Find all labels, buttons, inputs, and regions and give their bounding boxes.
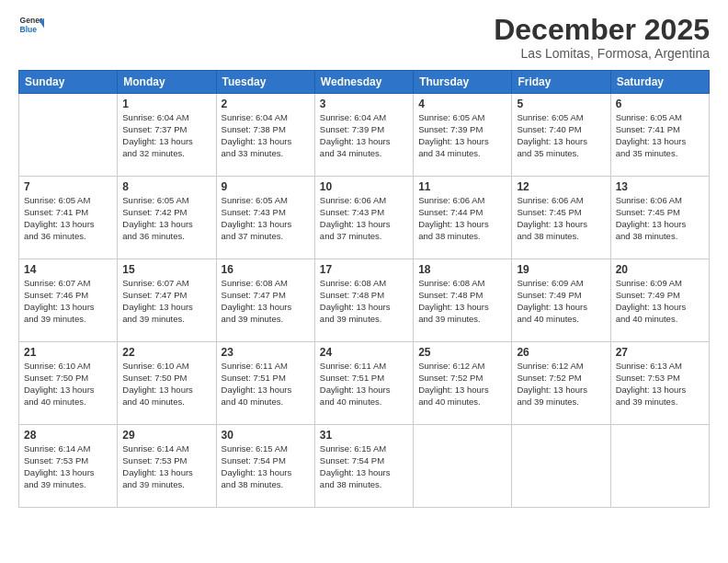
calendar-cell: 10Sunrise: 6:06 AM Sunset: 7:43 PM Dayli…	[314, 177, 413, 259]
day-number: 29	[122, 429, 210, 442]
cell-sun-info: Sunrise: 6:05 AM Sunset: 7:41 PM Dayligh…	[24, 195, 112, 242]
calendar-cell: 16Sunrise: 6:08 AM Sunset: 7:47 PM Dayli…	[216, 259, 314, 342]
calendar-cell: 22Sunrise: 6:10 AM Sunset: 7:50 PM Dayli…	[118, 342, 216, 425]
logo-icon: General Blue	[18, 14, 44, 40]
weekday-header: Thursday	[414, 71, 512, 94]
cell-sun-info: Sunrise: 6:07 AM Sunset: 7:47 PM Dayligh…	[122, 278, 210, 325]
subtitle: Las Lomitas, Formosa, Argentina	[494, 46, 710, 61]
calendar-cell: 2Sunrise: 6:04 AM Sunset: 7:38 PM Daylig…	[216, 94, 314, 177]
cell-sun-info: Sunrise: 6:12 AM Sunset: 7:52 PM Dayligh…	[517, 361, 605, 408]
calendar-cell: 18Sunrise: 6:08 AM Sunset: 7:48 PM Dayli…	[414, 259, 512, 342]
calendar-cell: 15Sunrise: 6:07 AM Sunset: 7:47 PM Dayli…	[118, 259, 216, 342]
cell-sun-info: Sunrise: 6:05 AM Sunset: 7:42 PM Dayligh…	[122, 195, 210, 242]
calendar-cell: 9Sunrise: 6:05 AM Sunset: 7:43 PM Daylig…	[216, 177, 314, 259]
cell-sun-info: Sunrise: 6:09 AM Sunset: 7:49 PM Dayligh…	[517, 278, 605, 325]
calendar-cell: 25Sunrise: 6:12 AM Sunset: 7:52 PM Dayli…	[414, 342, 512, 425]
calendar-cell: 30Sunrise: 6:15 AM Sunset: 7:54 PM Dayli…	[216, 425, 314, 508]
cell-sun-info: Sunrise: 6:08 AM Sunset: 7:47 PM Dayligh…	[222, 278, 310, 325]
calendar-cell: 24Sunrise: 6:11 AM Sunset: 7:51 PM Dayli…	[314, 342, 413, 425]
calendar-cell: 23Sunrise: 6:11 AM Sunset: 7:51 PM Dayli…	[216, 342, 314, 425]
calendar-cell: 11Sunrise: 6:06 AM Sunset: 7:44 PM Dayli…	[414, 177, 512, 259]
day-number: 6	[616, 98, 704, 110]
logo: General Blue	[18, 14, 44, 40]
page: General Blue December 2025 Las Lomitas, …	[0, 0, 728, 563]
day-number: 31	[320, 429, 408, 442]
day-number: 7	[24, 180, 112, 193]
weekday-header: Wednesday	[314, 71, 413, 94]
calendar-cell: 21Sunrise: 6:10 AM Sunset: 7:50 PM Dayli…	[19, 342, 118, 425]
cell-sun-info: Sunrise: 6:10 AM Sunset: 7:50 PM Dayligh…	[24, 361, 112, 408]
cell-sun-info: Sunrise: 6:05 AM Sunset: 7:40 PM Dayligh…	[517, 112, 605, 159]
day-number: 15	[122, 263, 210, 276]
day-number: 8	[122, 180, 210, 193]
calendar-cell: 12Sunrise: 6:06 AM Sunset: 7:45 PM Dayli…	[512, 177, 610, 259]
calendar-cell: 6Sunrise: 6:05 AM Sunset: 7:41 PM Daylig…	[610, 94, 709, 177]
weekday-header: Tuesday	[216, 71, 314, 94]
weekday-header: Saturday	[610, 71, 709, 94]
day-number: 4	[418, 98, 506, 110]
calendar-cell	[610, 425, 709, 508]
cell-sun-info: Sunrise: 6:15 AM Sunset: 7:54 PM Dayligh…	[222, 443, 310, 490]
day-number: 19	[517, 263, 605, 276]
calendar-cell: 20Sunrise: 6:09 AM Sunset: 7:49 PM Dayli…	[610, 259, 709, 342]
calendar-cell: 19Sunrise: 6:09 AM Sunset: 7:49 PM Dayli…	[512, 259, 610, 342]
calendar-cell: 3Sunrise: 6:04 AM Sunset: 7:39 PM Daylig…	[314, 94, 413, 177]
day-number: 27	[616, 346, 704, 359]
weekday-header: Friday	[512, 71, 610, 94]
day-number: 22	[122, 346, 210, 359]
cell-sun-info: Sunrise: 6:10 AM Sunset: 7:50 PM Dayligh…	[122, 361, 210, 408]
cell-sun-info: Sunrise: 6:07 AM Sunset: 7:46 PM Dayligh…	[24, 278, 112, 325]
header: General Blue December 2025 Las Lomitas, …	[18, 14, 710, 61]
day-number: 21	[24, 346, 112, 359]
day-number: 13	[616, 180, 704, 193]
cell-sun-info: Sunrise: 6:05 AM Sunset: 7:41 PM Dayligh…	[616, 112, 704, 159]
calendar-cell: 26Sunrise: 6:12 AM Sunset: 7:52 PM Dayli…	[512, 342, 610, 425]
day-number: 9	[222, 180, 310, 193]
cell-sun-info: Sunrise: 6:04 AM Sunset: 7:38 PM Dayligh…	[222, 112, 310, 159]
day-number: 10	[320, 180, 408, 193]
cell-sun-info: Sunrise: 6:09 AM Sunset: 7:49 PM Dayligh…	[616, 278, 704, 325]
cell-sun-info: Sunrise: 6:14 AM Sunset: 7:53 PM Dayligh…	[24, 443, 112, 490]
calendar-cell	[19, 94, 118, 177]
calendar-cell: 29Sunrise: 6:14 AM Sunset: 7:53 PM Dayli…	[118, 425, 216, 508]
day-number: 3	[320, 98, 408, 110]
calendar-cell: 5Sunrise: 6:05 AM Sunset: 7:40 PM Daylig…	[512, 94, 610, 177]
cell-sun-info: Sunrise: 6:12 AM Sunset: 7:52 PM Dayligh…	[418, 361, 506, 408]
cell-sun-info: Sunrise: 6:08 AM Sunset: 7:48 PM Dayligh…	[320, 278, 408, 325]
day-number: 18	[418, 263, 506, 276]
cell-sun-info: Sunrise: 6:11 AM Sunset: 7:51 PM Dayligh…	[320, 361, 408, 408]
cell-sun-info: Sunrise: 6:11 AM Sunset: 7:51 PM Dayligh…	[222, 361, 310, 408]
day-number: 16	[222, 263, 310, 276]
cell-sun-info: Sunrise: 6:05 AM Sunset: 7:39 PM Dayligh…	[418, 112, 506, 159]
calendar-cell: 27Sunrise: 6:13 AM Sunset: 7:53 PM Dayli…	[610, 342, 709, 425]
day-number: 5	[517, 98, 605, 110]
day-number: 26	[517, 346, 605, 359]
day-number: 11	[418, 180, 506, 193]
day-number: 2	[222, 98, 310, 110]
cell-sun-info: Sunrise: 6:13 AM Sunset: 7:53 PM Dayligh…	[616, 361, 704, 408]
calendar-cell: 14Sunrise: 6:07 AM Sunset: 7:46 PM Dayli…	[19, 259, 118, 342]
weekday-header: Sunday	[19, 71, 118, 94]
day-number: 12	[517, 180, 605, 193]
calendar-cell: 28Sunrise: 6:14 AM Sunset: 7:53 PM Dayli…	[19, 425, 118, 508]
calendar-cell: 17Sunrise: 6:08 AM Sunset: 7:48 PM Dayli…	[314, 259, 413, 342]
cell-sun-info: Sunrise: 6:14 AM Sunset: 7:53 PM Dayligh…	[122, 443, 210, 490]
calendar-cell	[414, 425, 512, 508]
cell-sun-info: Sunrise: 6:06 AM Sunset: 7:45 PM Dayligh…	[616, 195, 704, 242]
month-title: December 2025	[494, 14, 710, 46]
svg-text:Blue: Blue	[20, 25, 38, 34]
day-number: 17	[320, 263, 408, 276]
day-number: 23	[222, 346, 310, 359]
calendar-cell: 7Sunrise: 6:05 AM Sunset: 7:41 PM Daylig…	[19, 177, 118, 259]
weekday-header: Monday	[118, 71, 216, 94]
calendar-cell: 8Sunrise: 6:05 AM Sunset: 7:42 PM Daylig…	[118, 177, 216, 259]
cell-sun-info: Sunrise: 6:15 AM Sunset: 7:54 PM Dayligh…	[320, 443, 408, 490]
day-number: 28	[24, 429, 112, 442]
day-number: 20	[616, 263, 704, 276]
day-number: 1	[122, 98, 210, 110]
cell-sun-info: Sunrise: 6:06 AM Sunset: 7:43 PM Dayligh…	[320, 195, 408, 242]
title-block: December 2025 Las Lomitas, Formosa, Arge…	[494, 14, 710, 61]
cell-sun-info: Sunrise: 6:05 AM Sunset: 7:43 PM Dayligh…	[222, 195, 310, 242]
cell-sun-info: Sunrise: 6:04 AM Sunset: 7:39 PM Dayligh…	[320, 112, 408, 159]
cell-sun-info: Sunrise: 6:06 AM Sunset: 7:44 PM Dayligh…	[418, 195, 506, 242]
